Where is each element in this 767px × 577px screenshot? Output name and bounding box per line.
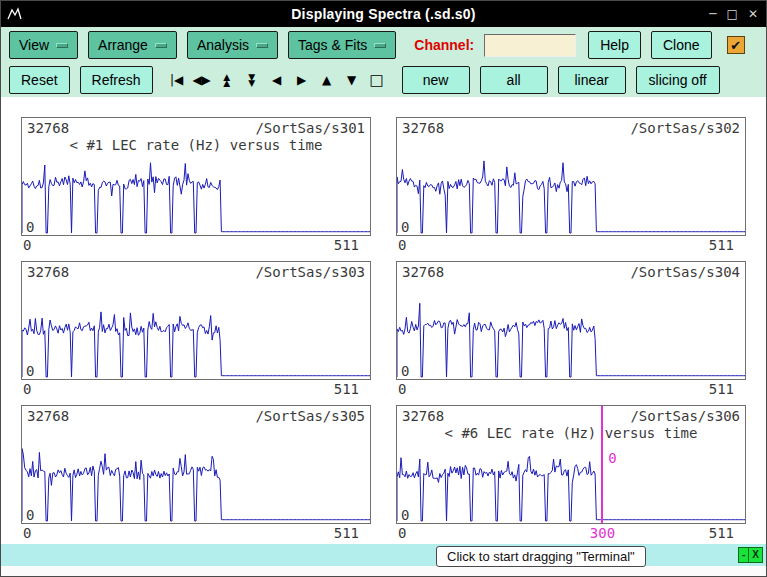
window-icon[interactable] [7, 7, 22, 22]
x-max-label: 511 [709, 237, 734, 252]
x-max-label: 511 [334, 237, 359, 252]
slicing-button[interactable]: slicing off [636, 66, 720, 94]
spectrum-path-label: /SortSas/s306 [630, 408, 740, 424]
menu-tags-fits[interactable]: Tags & Fits [288, 31, 396, 59]
reset-button[interactable]: Reset [9, 66, 70, 94]
spectrum-path-label: /SortSas/s302 [630, 120, 740, 136]
x-min-label: 0 [23, 381, 31, 396]
y-min-label: 0 [26, 507, 34, 523]
spectrum-panel-s301: 32768 /SortSas/s301 < #1 LEC rate (Hz) v… [21, 117, 371, 252]
plot-subtitle: < #6 LEC rate (Hz) versus time [397, 425, 745, 441]
linear-button[interactable]: linear [558, 66, 626, 94]
y-max-label: 32768 [27, 408, 69, 424]
titlebar[interactable]: Displaying Spectra (.sd.s0) ─ □ ✕ [1, 1, 766, 27]
menubar: View Arrange Analysis Tags & Fits Channe… [1, 27, 766, 63]
double-up-icon[interactable]: ▲ ▲ [216, 70, 238, 90]
channel-label: Channel: [414, 37, 474, 53]
spectrum-path-label: /SortSas/s304 [630, 264, 740, 280]
spectrum-panel-s304: 32768 /SortSas/s304 0 0 511 [396, 261, 746, 396]
app-window: Displaying Spectra (.sd.s0) ─ □ ✕ View A… [0, 0, 767, 577]
x-min-label: 0 [23, 525, 31, 540]
y-min-label: 0 [26, 219, 34, 235]
y-min-label: 0 [26, 363, 34, 379]
spectrum-panel-s306: 32768 /SortSas/s306 < #6 LEC rate (Hz) v… [396, 405, 746, 540]
minimize-icon[interactable]: ─ [709, 7, 716, 21]
channel-input[interactable] [484, 34, 576, 57]
y-max-label: 32768 [402, 120, 444, 136]
x-min-label: 0 [398, 381, 406, 396]
y-max-label: 32768 [402, 408, 444, 424]
x-axis: 0 511 [396, 380, 746, 396]
x-max-label: 511 [334, 525, 359, 540]
spectrum-panel-s302: 32768 /SortSas/s302 0 0 511 [396, 117, 746, 252]
up-icon[interactable]: ▲ [316, 70, 338, 90]
refresh-button[interactable]: Refresh [80, 66, 153, 94]
y-min-label: 0 [401, 219, 409, 235]
menu-arrange-label: Arrange [98, 37, 148, 53]
x-min-label: 0 [398, 525, 406, 540]
plot-area-s301[interactable]: 32768 /SortSas/s301 < #1 LEC rate (Hz) v… [21, 117, 371, 236]
x-max-label: 511 [334, 381, 359, 396]
x-min-label: 0 [23, 237, 31, 252]
x-max-label: 511 [709, 525, 734, 540]
x-axis: 0 511 [396, 236, 746, 252]
menu-view[interactable]: View [9, 31, 78, 59]
double-down-icon[interactable]: ▼ ▼ [241, 70, 263, 90]
y-min-label: 0 [401, 507, 409, 523]
left-icon[interactable]: ◀ [266, 70, 288, 90]
y-max-label: 32768 [27, 120, 69, 136]
corner-minimize-icon[interactable]: - [739, 548, 748, 562]
plot-area-s302[interactable]: 32768 /SortSas/s302 0 [396, 117, 746, 236]
menu-arrange[interactable]: Arrange [88, 31, 177, 59]
y-max-label: 32768 [27, 264, 69, 280]
all-button[interactable]: all [480, 66, 548, 94]
spectrum-path-label: /SortSas/s305 [255, 408, 365, 424]
plot-area-s304[interactable]: 32768 /SortSas/s304 0 [396, 261, 746, 380]
down-icon[interactable]: ▼ [341, 70, 363, 90]
expand-horizontal-icon[interactable]: ◀▶ [191, 70, 213, 90]
plot-area-s306[interactable]: 32768 /SortSas/s306 < #6 LEC rate (Hz) v… [396, 405, 746, 524]
toggle-checkbox[interactable]: ✔ [727, 36, 745, 54]
channel-marker-value: 0 [608, 450, 616, 466]
x-axis: 0 511 [21, 236, 371, 252]
spectrum-path-label: /SortSas/s303 [255, 264, 365, 280]
menu-indicator-icon [155, 43, 167, 48]
help-button[interactable]: Help [588, 31, 641, 59]
spectrum-path-label: /SortSas/s301 [255, 120, 365, 136]
channel-marker-line[interactable] [601, 406, 603, 523]
y-max-label: 32768 [402, 264, 444, 280]
channel-marker-x-label: 300 [590, 525, 615, 541]
menu-indicator-icon [374, 43, 386, 48]
x-axis: 0 300 511 [396, 524, 746, 540]
x-axis: 0 511 [21, 380, 371, 396]
menu-analysis-label: Analysis [197, 37, 249, 53]
window-title: Displaying Spectra (.sd.s0) [1, 6, 766, 22]
x-axis: 0 511 [21, 524, 371, 540]
spectra-grid: 32768 /SortSas/s301 < #1 LEC rate (Hz) v… [1, 97, 766, 544]
right-icon[interactable]: ▶ [291, 70, 313, 90]
menu-tags-fits-label: Tags & Fits [298, 37, 367, 53]
spectrum-panel-s303: 32768 /SortSas/s303 0 0 511 [21, 261, 371, 396]
plot-area-s305[interactable]: 32768 /SortSas/s305 0 [21, 405, 371, 524]
x-min-label: 0 [398, 237, 406, 252]
drag-terminal-button[interactable]: Click to start dragging "Terminal" [436, 546, 646, 567]
corner-widget[interactable]: - X [738, 547, 763, 563]
box-zoom-icon[interactable]: □ [366, 70, 388, 90]
clone-button[interactable]: Clone [651, 31, 712, 59]
bottom-strip [1, 566, 766, 576]
menu-indicator-icon [256, 43, 268, 48]
menu-analysis[interactable]: Analysis [187, 31, 278, 59]
spectrum-panel-s305: 32768 /SortSas/s305 0 0 511 [21, 405, 371, 540]
maximize-icon[interactable]: □ [727, 7, 738, 21]
plot-area-s303[interactable]: 32768 /SortSas/s303 0 [21, 261, 371, 380]
go-first-icon[interactable]: |◀ [166, 70, 188, 90]
x-max-label: 511 [709, 381, 734, 396]
corner-close-icon[interactable]: X [748, 548, 762, 562]
new-button[interactable]: new [402, 66, 470, 94]
close-icon[interactable]: ✕ [748, 7, 758, 21]
y-min-label: 0 [401, 363, 409, 379]
toolbar: Reset Refresh |◀ ◀▶ ▲ ▲ ▼ ▼ ◀ ▶ ▲ ▼ □ ne… [1, 63, 766, 97]
menu-view-label: View [19, 37, 49, 53]
plot-subtitle: < #1 LEC rate (Hz) versus time [22, 137, 370, 153]
statusbar: Click to start dragging "Terminal" - X [1, 544, 766, 566]
